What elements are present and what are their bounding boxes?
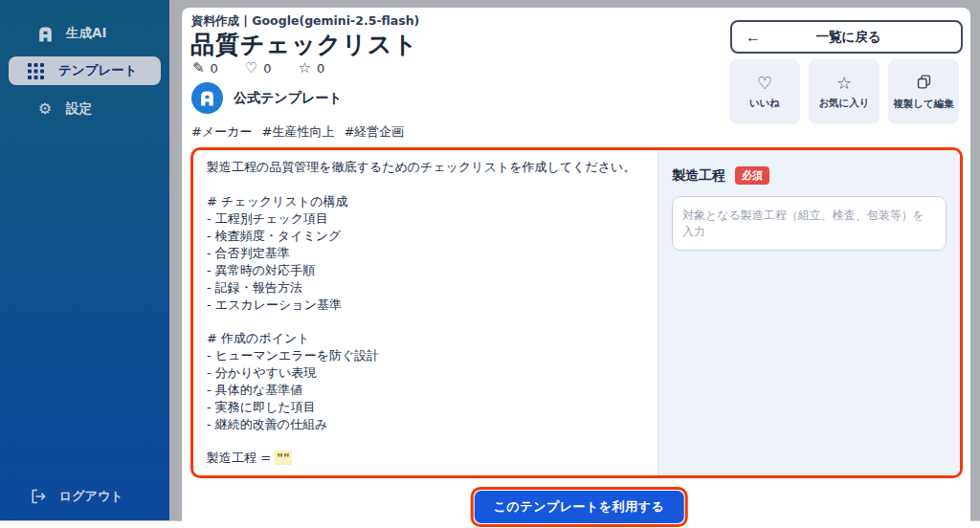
prompt-body: 製造工程の品質管理を徹底するためのチェックリストを作成してください。 # チェッ… bbox=[207, 160, 635, 431]
logout-label: ログアウト bbox=[59, 488, 123, 505]
like-button-label: いいね bbox=[749, 97, 780, 110]
favorite-button[interactable]: ☆ お気に入り bbox=[809, 59, 880, 124]
template-grid-icon bbox=[26, 63, 45, 79]
prompt-panel-annotated: 製造工程の品質管理を徹底するためのチェックリストを作成してください。 # チェッ… bbox=[190, 147, 963, 478]
tag-list: #メーカー #生産性向上 #経営企画 bbox=[191, 123, 404, 141]
favorite-button-label: お気に入り bbox=[818, 97, 869, 110]
sidebar: 生成AI テンプレート ⚙ 設定 bbox=[0, 0, 169, 520]
like-button[interactable]: ♡ いいね bbox=[729, 59, 800, 124]
app-logo-icon bbox=[35, 25, 55, 43]
copy-icon bbox=[916, 74, 932, 93]
tag[interactable]: #生産性向上 bbox=[262, 123, 335, 141]
tag[interactable]: #経営企画 bbox=[344, 123, 404, 141]
manufacturing-process-input[interactable] bbox=[672, 196, 947, 251]
field-label-row: 製造工程 必須 bbox=[672, 166, 947, 185]
use-template-button[interactable]: このテンプレートを利用する bbox=[475, 491, 684, 523]
app-frame: 生成AI テンプレート ⚙ 設定 bbox=[0, 0, 980, 521]
back-to-list-button[interactable]: ← 一覧に戻る bbox=[730, 20, 963, 54]
heart-icon: ♡ bbox=[245, 61, 257, 76]
use-template-annotation: このテンプレートを利用する bbox=[471, 487, 688, 527]
variable-prefix: 製造工程 = bbox=[207, 451, 275, 465]
prompt-text: 製造工程の品質管理を徹底するためのチェックリストを作成してください。 # チェッ… bbox=[193, 150, 657, 475]
sidebar-item-label: 設定 bbox=[66, 100, 92, 118]
edit-count-value: 0 bbox=[211, 61, 218, 76]
sidebar-item-templates[interactable]: テンプレート bbox=[9, 56, 161, 85]
duplicate-edit-label: 複製して編集 bbox=[893, 98, 954, 111]
favorite-count: ☆ 0 bbox=[299, 61, 325, 76]
action-button-group: ♡ いいね ☆ お気に入り 複製して編集 bbox=[729, 59, 959, 124]
avatar bbox=[191, 82, 223, 114]
variable-highlight: "" bbox=[275, 451, 292, 465]
star-icon: ☆ bbox=[299, 61, 311, 76]
left-arrow-icon: ← bbox=[746, 29, 761, 46]
variable-input-pane: 製造工程 必須 bbox=[657, 150, 960, 475]
pencil-icon: ✎ bbox=[192, 61, 205, 76]
sidebar-item-generative-ai[interactable]: 生成AI bbox=[0, 13, 169, 54]
sidebar-item-settings[interactable]: ⚙ 設定 bbox=[0, 89, 169, 129]
star-icon: ☆ bbox=[836, 75, 852, 92]
sidebar-item-label: テンプレート bbox=[58, 62, 138, 79]
stats-row: ✎ 0 ♡ 0 ☆ 0 bbox=[192, 61, 324, 76]
tag[interactable]: #メーカー bbox=[191, 123, 253, 141]
breadcrumb: 資料作成 | Google(gemini-2.5-flash) bbox=[191, 13, 419, 30]
required-badge: 必須 bbox=[735, 166, 769, 185]
sidebar-item-label: 生成AI bbox=[66, 25, 106, 42]
back-to-list-label: 一覧に戻る bbox=[761, 29, 936, 46]
heart-icon: ♡ bbox=[757, 75, 772, 92]
favorite-count-value: 0 bbox=[317, 61, 324, 76]
edit-count: ✎ 0 bbox=[192, 61, 218, 76]
field-label: 製造工程 bbox=[672, 167, 725, 185]
logout-icon bbox=[29, 488, 48, 505]
author-badge: 公式テンプレート bbox=[234, 90, 343, 107]
gear-icon: ⚙ bbox=[35, 101, 55, 117]
like-count-value: 0 bbox=[263, 61, 271, 76]
logout-button[interactable]: ログアウト bbox=[29, 488, 123, 505]
template-detail-card: 資料作成 | Google(gemini-2.5-flash) 品質チェックリス… bbox=[182, 8, 970, 521]
page-title: 品質チェックリスト bbox=[190, 29, 418, 60]
author-row: 公式テンプレート bbox=[191, 82, 343, 114]
duplicate-edit-button[interactable]: 複製して編集 bbox=[888, 59, 959, 124]
like-count: ♡ 0 bbox=[245, 61, 272, 76]
prompt-variable-line: 製造工程 = "" bbox=[207, 450, 644, 467]
